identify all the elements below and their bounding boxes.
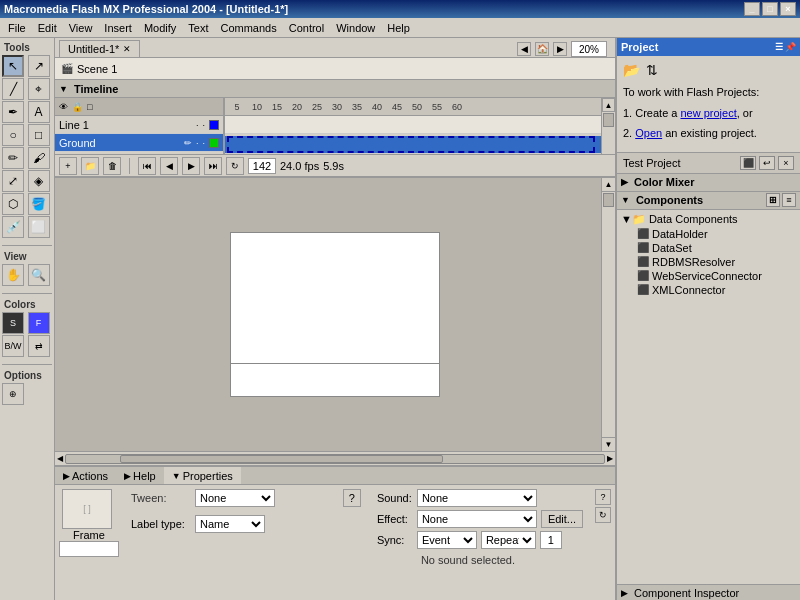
menu-text[interactable]: Text <box>182 20 214 36</box>
freexform-tool[interactable]: ⤢ <box>2 170 24 192</box>
minimize-btn[interactable]: _ <box>744 2 760 16</box>
paint-bucket-tool[interactable]: 🪣 <box>28 193 50 215</box>
ink-bottle-tool[interactable]: ⬡ <box>2 193 24 215</box>
maximize-btn[interactable]: □ <box>762 2 778 16</box>
comp-btn-2[interactable]: ≡ <box>782 193 796 207</box>
end-btn[interactable]: ⏭ <box>204 157 222 175</box>
scroll-thumb-h[interactable] <box>120 455 443 463</box>
comp-item-rdbms[interactable]: ⬛ RDBMSResolver <box>619 255 798 269</box>
layer-2-frames[interactable] <box>225 136 601 154</box>
loop-btn[interactable]: ↻ <box>226 157 244 175</box>
stage-scroll-down-btn[interactable]: ▼ <box>602 437 615 451</box>
add-folder-btn[interactable]: 📁 <box>81 157 99 175</box>
comp-item-dataholder[interactable]: ⬛ DataHolder <box>619 227 798 241</box>
hand-tool[interactable]: ✋ <box>2 264 24 286</box>
layer-2-lock[interactable]: · <box>202 138 205 148</box>
layer-row-1[interactable]: Line 1 · · <box>55 116 223 134</box>
line-tool[interactable]: ╱ <box>2 78 24 100</box>
tab-help[interactable]: ▶ Help <box>116 467 164 484</box>
brush-tool[interactable]: 🖌 <box>28 147 50 169</box>
frame-name-input[interactable] <box>59 541 119 557</box>
panel-refresh-btn[interactable]: ↻ <box>595 507 611 523</box>
stage[interactable] <box>230 232 440 397</box>
color-mixer-bar[interactable]: ▶ Color Mixer <box>617 174 800 192</box>
eraser-tool[interactable]: ⬜ <box>28 216 50 238</box>
current-frame-field[interactable] <box>248 158 276 174</box>
edit-btn[interactable]: Edit... <box>541 510 583 528</box>
new-project-link[interactable]: new project <box>680 107 736 119</box>
doc-tab-close-icon[interactable]: ✕ <box>123 44 131 54</box>
test-btn-3[interactable]: × <box>778 156 794 170</box>
pencil-tool[interactable]: ✏ <box>2 147 24 169</box>
layer-1-lock[interactable]: · <box>202 120 205 130</box>
label-type-select[interactable]: Name <box>195 515 265 533</box>
timeline-scrollbar-v[interactable]: ▲ <box>601 98 615 154</box>
menu-edit[interactable]: Edit <box>32 20 63 36</box>
add-layer-btn[interactable]: + <box>59 157 77 175</box>
sound-select[interactable]: None <box>417 489 537 507</box>
component-inspector-bar[interactable]: ▶ Component Inspector <box>617 584 800 600</box>
prev-scene-btn[interactable]: ◀ <box>517 42 531 56</box>
menu-view[interactable]: View <box>63 20 99 36</box>
arrow-tool[interactable]: ↖ <box>2 55 24 77</box>
stage-scroll-thumb[interactable] <box>603 193 614 207</box>
oval-tool[interactable]: ○ <box>2 124 24 146</box>
next-scene-btn[interactable]: ▶ <box>553 42 567 56</box>
fill-color[interactable]: F <box>28 312 50 334</box>
menu-help[interactable]: Help <box>381 20 416 36</box>
doc-tab[interactable]: Untitled-1* ✕ <box>59 40 140 57</box>
repeat-select[interactable]: Repeat <box>481 531 536 549</box>
timeline-scroll-thumb[interactable] <box>603 113 614 127</box>
tab-actions[interactable]: ▶ Actions <box>55 467 116 484</box>
lasso-tool[interactable]: ⌖ <box>28 78 50 100</box>
fill-tool[interactable]: ◈ <box>28 170 50 192</box>
prev-frame-btn[interactable]: ◀ <box>160 157 178 175</box>
stage-scrollbar-h[interactable]: ◀ ▶ <box>55 451 615 465</box>
layer-1-eye[interactable]: · <box>196 120 199 130</box>
pen-tool[interactable]: ✒ <box>2 101 24 123</box>
timeline-header[interactable]: ▼ Timeline <box>55 80 615 98</box>
comp-item-xmlconnector[interactable]: ⬛ XMLConnector <box>619 283 798 297</box>
components-bar[interactable]: ▼ Components ⊞ ≡ <box>617 192 800 210</box>
menu-modify[interactable]: Modify <box>138 20 182 36</box>
scroll-left-btn[interactable]: ◀ <box>57 454 63 463</box>
subselect-tool[interactable]: ↗ <box>28 55 50 77</box>
next-frame-btn[interactable]: ▶ <box>182 157 200 175</box>
comp-item-dataset[interactable]: ⬛ DataSet <box>619 241 798 255</box>
open-project-link[interactable]: Open <box>635 127 662 139</box>
comp-btn-1[interactable]: ⊞ <box>766 193 780 207</box>
swap-colors-btn[interactable]: ⇄ <box>28 335 50 357</box>
comp-folder-data[interactable]: ▼📁 Data Components <box>619 212 798 227</box>
menu-commands[interactable]: Commands <box>214 20 282 36</box>
sync-select[interactable]: Event <box>417 531 477 549</box>
layer-row-2[interactable]: Ground ✏ · · <box>55 134 223 152</box>
stage-scrollbar-v[interactable]: ▲ ▼ <box>601 178 615 451</box>
stage-scroll-up-btn[interactable]: ▲ <box>602 178 615 192</box>
delete-layer-btn[interactable]: 🗑 <box>103 157 121 175</box>
rect-tool[interactable]: □ <box>28 124 50 146</box>
menu-control[interactable]: Control <box>283 20 330 36</box>
scroll-right-btn[interactable]: ▶ <box>607 454 613 463</box>
panel-menu-btn[interactable]: ☰ <box>775 42 783 52</box>
comp-item-webservice[interactable]: ⬛ WebServiceConnector <box>619 269 798 283</box>
text-tool[interactable]: A <box>28 101 50 123</box>
test-btn-2[interactable]: ↩ <box>759 156 775 170</box>
help-icon-tween[interactable]: ? <box>343 489 361 507</box>
repeat-count-field[interactable] <box>540 531 562 549</box>
menu-file[interactable]: File <box>2 20 32 36</box>
black-white-btn[interactable]: B/W <box>2 335 24 357</box>
panel-help-btn[interactable]: ? <box>595 489 611 505</box>
zoom-field[interactable]: 20% <box>571 41 607 57</box>
menu-insert[interactable]: Insert <box>98 20 138 36</box>
test-btn-1[interactable]: ⬛ <box>740 156 756 170</box>
tween-select[interactable]: None <box>195 489 275 507</box>
snap-btn[interactable]: ⊕ <box>2 383 24 405</box>
timeline-scroll-up[interactable]: ▲ <box>602 98 615 112</box>
stroke-color[interactable]: S <box>2 312 24 334</box>
play-btn[interactable]: ⏮ <box>138 157 156 175</box>
layer-1-frames[interactable] <box>225 116 601 134</box>
tab-properties[interactable]: ▼ Properties <box>164 467 241 484</box>
effect-select[interactable]: None <box>417 510 537 528</box>
menu-window[interactable]: Window <box>330 20 381 36</box>
zoom-tool[interactable]: 🔍 <box>28 264 50 286</box>
